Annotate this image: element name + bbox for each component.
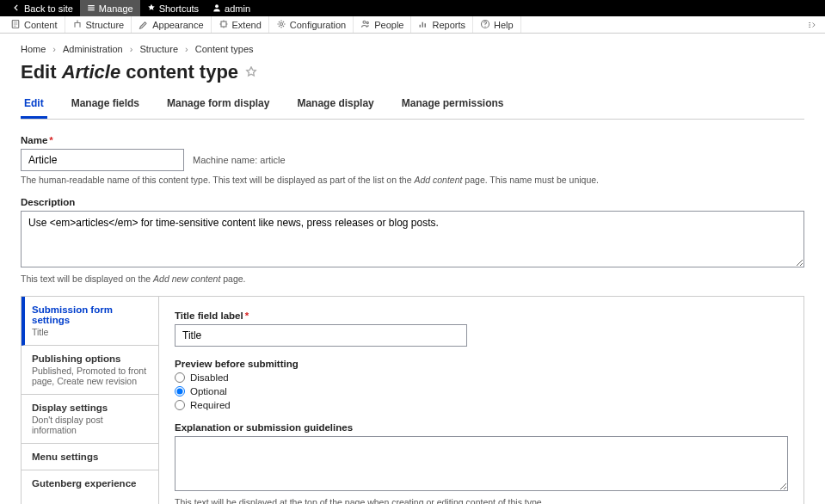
reports-icon: [418, 19, 428, 31]
breadcrumb-home[interactable]: Home: [21, 44, 46, 54]
extend-icon: [219, 19, 229, 31]
breadcrumb-sep: ›: [185, 44, 188, 54]
preview-required-radio[interactable]: [175, 400, 185, 410]
explanation-group: Explanation or submission guidelines Thi…: [175, 422, 788, 504]
title-field-input[interactable]: [175, 324, 467, 347]
tab-edit[interactable]: Edit: [21, 92, 47, 119]
tab-manage-fields[interactable]: Manage fields: [68, 92, 143, 119]
admin-menu-help-label: Help: [494, 20, 514, 30]
user-icon: [212, 3, 221, 14]
admin-menu-people[interactable]: People: [354, 16, 411, 33]
manage-label: Manage: [99, 3, 133, 14]
primary-tabs: Edit Manage fields Manage form display M…: [21, 92, 804, 120]
vt-display-title: Display settings: [32, 403, 148, 413]
preview-disabled[interactable]: Disabled: [175, 372, 788, 383]
svg-point-3: [280, 22, 282, 25]
shortcuts-label: Shortcuts: [159, 3, 199, 14]
structure-icon: [72, 19, 83, 31]
preview-group: Preview before submitting Disabled Optio…: [175, 359, 788, 410]
back-to-site-label: Back to site: [24, 3, 73, 14]
vt-menu-settings[interactable]: Menu settings: [22, 444, 158, 470]
preview-required-label: Required: [190, 400, 231, 410]
admin-menu-structure-label: Structure: [86, 20, 125, 30]
admin-menu-help[interactable]: Help: [473, 16, 521, 33]
svg-point-5: [366, 22, 368, 23]
name-input[interactable]: [21, 149, 184, 171]
preview-disabled-radio[interactable]: [175, 372, 185, 383]
required-marker: *: [49, 135, 52, 145]
help-icon: [480, 19, 490, 31]
vt-gutenberg[interactable]: Gutenberg experience: [22, 470, 158, 496]
preview-required[interactable]: Required: [175, 400, 788, 410]
tab-manage-form-display[interactable]: Manage form display: [163, 92, 273, 119]
admin-menu-content-label: Content: [24, 20, 58, 30]
admin-menu-appearance[interactable]: Appearance: [132, 16, 211, 33]
shortcuts-link[interactable]: Shortcuts: [140, 0, 206, 16]
orientation-toggle[interactable]: [803, 16, 822, 33]
appearance-icon: [139, 19, 149, 31]
svg-point-7: [484, 26, 485, 27]
vt-publishing[interactable]: Publishing options Published, Promoted t…: [22, 346, 158, 395]
back-to-site-link[interactable]: Back to site: [5, 0, 80, 16]
admin-menu-structure[interactable]: Structure: [65, 16, 132, 33]
page-title-suffix: content type: [120, 61, 238, 83]
tab-manage-permissions[interactable]: Manage permissions: [398, 92, 508, 119]
admin-menu: Content Structure Appearance Extend Conf…: [0, 16, 825, 34]
breadcrumb: Home › Administration › Structure › Cont…: [21, 44, 804, 54]
explanation-help: This text will be displayed at the top o…: [175, 497, 788, 504]
breadcrumb-sep: ›: [52, 44, 56, 54]
name-label: Name*: [21, 135, 804, 145]
vt-publishing-summary: Published, Promoted to front page, Creat…: [32, 366, 148, 386]
name-help: The human-readable name of this content …: [21, 175, 804, 185]
preview-label: Preview before submitting: [175, 359, 788, 369]
title-field-label-text: Title field label: [175, 310, 243, 321]
user-label: admin: [225, 3, 250, 14]
vt-submission[interactable]: Submission form settings Title: [22, 297, 158, 346]
admin-menu-extend[interactable]: Extend: [212, 16, 269, 33]
user-link[interactable]: admin: [206, 0, 257, 16]
vt-display[interactable]: Display settings Don't display post info…: [22, 395, 158, 444]
breadcrumb-content-types[interactable]: Content types: [195, 44, 254, 54]
vt-submission-title: Submission form settings: [32, 304, 148, 325]
content-icon: [10, 19, 21, 31]
machine-name-label: Machine name:: [193, 155, 260, 165]
page-content: Home › Administration › Structure › Cont…: [0, 34, 825, 504]
breadcrumb-administration[interactable]: Administration: [63, 44, 123, 54]
vt-submission-summary: Title: [32, 327, 148, 337]
description-help: This text will be displayed on the Add n…: [21, 274, 804, 284]
page-title-prefix: Edit: [21, 61, 62, 83]
hamburger-icon: [87, 3, 95, 14]
preview-optional-label: Optional: [190, 386, 227, 396]
vertical-tabs-content: Title field label* Preview before submit…: [159, 297, 803, 504]
vertical-tabs: Submission form settings Title Publishin…: [21, 296, 804, 504]
svg-point-4: [363, 21, 366, 23]
vt-display-summary: Don't display post information: [32, 415, 148, 435]
explanation-label: Explanation or submission guidelines: [175, 422, 788, 433]
configuration-icon: [276, 19, 286, 31]
description-label: Description: [21, 197, 804, 207]
vt-publishing-title: Publishing options: [32, 353, 148, 364]
back-icon: [12, 3, 21, 14]
svg-point-0: [215, 4, 219, 8]
description-field-group: Description Use <em>articles</em> for ti…: [21, 197, 804, 284]
admin-menu-reports-label: Reports: [432, 20, 465, 30]
admin-menu-content[interactable]: Content: [3, 16, 65, 33]
preview-optional[interactable]: Optional: [175, 386, 788, 396]
people-icon: [360, 19, 371, 31]
name-field-group: Name* Machine name: article The human-re…: [21, 135, 804, 185]
tab-manage-display[interactable]: Manage display: [293, 92, 377, 119]
preview-optional-radio[interactable]: [175, 386, 185, 396]
machine-name-value: article: [260, 155, 285, 165]
breadcrumb-structure[interactable]: Structure: [139, 44, 178, 54]
admin-menu-configuration-label: Configuration: [290, 20, 346, 30]
description-textarea[interactable]: Use <em>articles</em> for time-sensitive…: [21, 211, 804, 267]
admin-menu-configuration[interactable]: Configuration: [269, 16, 354, 33]
manage-link[interactable]: Manage: [80, 0, 140, 16]
explanation-textarea[interactable]: [175, 436, 788, 491]
shortcut-star-icon[interactable]: [245, 61, 257, 83]
vt-gutenberg-title: Gutenberg experience: [32, 478, 148, 489]
page-title-em: Article: [62, 61, 120, 83]
admin-menu-reports[interactable]: Reports: [411, 16, 473, 33]
machine-name: Machine name: article: [193, 155, 286, 165]
breadcrumb-sep: ›: [130, 44, 133, 54]
